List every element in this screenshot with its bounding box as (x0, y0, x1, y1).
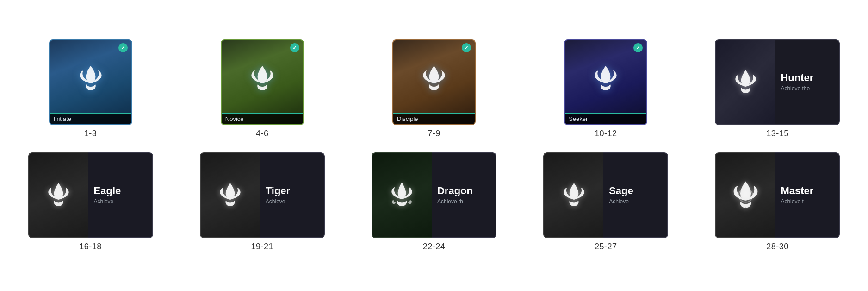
rank-item-novice[interactable]: ✓ Novice4-6 (190, 39, 334, 139)
badge-disciple: ✓ Disciple (392, 39, 476, 125)
badge-label-initiate: Initiate (50, 113, 131, 124)
rank-range-master: 28-30 (766, 242, 789, 252)
badge-img-hunter (715, 39, 775, 125)
badge-container-eagle: EagleAchieve (28, 152, 153, 238)
badge-icon-area-initiate (50, 40, 131, 113)
rank-item-dragon[interactable]: DragonAchieve th22-24 (362, 152, 506, 252)
rank-item-seeker[interactable]: ✓ Seeker10-12 (534, 39, 678, 139)
badge-img-tiger (200, 152, 260, 238)
badge-text-tiger: TigerAchieve (260, 152, 325, 238)
rank-range-eagle: 16-18 (79, 242, 102, 252)
badge-container-master: MasterAchieve t (715, 152, 840, 238)
rank-range-sage: 25-27 (595, 242, 617, 252)
rank-title-dragon: Dragon (437, 185, 490, 196)
rank-title-hunter: Hunter (781, 72, 833, 83)
rank-desc-tiger: Achieve (266, 198, 318, 206)
rank-item-eagle[interactable]: EagleAchieve16-18 (19, 152, 162, 252)
badge-text-master: MasterAchieve t (775, 152, 840, 238)
badge-wide-master: MasterAchieve t (715, 152, 840, 238)
rank-title-master: Master (781, 185, 833, 196)
rank-desc-eagle: Achieve (94, 198, 147, 206)
rank-item-disciple[interactable]: ✓ Disciple7-9 (362, 39, 506, 139)
badge-novice: ✓ Novice (221, 39, 304, 125)
rank-item-initiate[interactable]: ✓ Initiate1-3 (19, 39, 162, 139)
badge-wide-dragon: DragonAchieve th (372, 152, 496, 238)
badge-img-master (715, 152, 775, 238)
badge-icon-area-disciple (393, 40, 475, 113)
rank-range-dragon: 22-24 (423, 242, 446, 252)
rank-desc-hunter: Achieve the (781, 85, 833, 93)
badge-container-novice: ✓ Novice (221, 39, 304, 125)
rank-item-tiger[interactable]: TigerAchieve19-21 (190, 152, 334, 252)
rank-range-novice: 4-6 (256, 129, 269, 139)
rank-range-disciple: 7-9 (428, 129, 440, 139)
rank-item-hunter[interactable]: HunterAchieve the13-15 (706, 39, 849, 139)
badge-wide-hunter: HunterAchieve the (715, 39, 840, 125)
badge-img-eagle (28, 152, 88, 238)
rank-desc-sage: Achieve (609, 198, 662, 206)
badge-label-disciple: Disciple (393, 113, 475, 124)
badge-icon-area-novice (222, 40, 303, 113)
badge-seeker: ✓ Seeker (564, 39, 647, 125)
badge-wide-sage: SageAchieve (543, 152, 668, 238)
badge-container-hunter: HunterAchieve the (715, 39, 840, 125)
badge-wide-tiger: TigerAchieve (200, 152, 325, 238)
badge-container-disciple: ✓ Disciple (392, 39, 476, 125)
badge-img-sage (543, 152, 603, 238)
badge-text-hunter: HunterAchieve the (775, 39, 840, 125)
rank-desc-master: Achieve t (781, 198, 833, 206)
ranks-grid: ✓ Initiate1-3✓ Novice4-6✓ (19, 39, 849, 252)
badge-wide-eagle: EagleAchieve (28, 152, 153, 238)
badge-container-tiger: TigerAchieve (200, 152, 325, 238)
rank-title-tiger: Tiger (266, 185, 318, 196)
badge-label-novice: Novice (222, 113, 303, 124)
rank-range-hunter: 13-15 (766, 129, 789, 139)
badge-container-dragon: DragonAchieve th (372, 152, 496, 238)
rank-desc-dragon: Achieve th (437, 198, 490, 206)
badge-label-seeker: Seeker (565, 113, 646, 124)
badge-text-sage: SageAchieve (603, 152, 668, 238)
rank-item-sage[interactable]: SageAchieve25-27 (534, 152, 678, 252)
badge-container-seeker: ✓ Seeker (564, 39, 647, 125)
badge-img-dragon (372, 152, 432, 238)
rank-range-initiate: 1-3 (84, 129, 97, 139)
badge-icon-area-seeker (565, 40, 646, 113)
rank-title-sage: Sage (609, 185, 662, 196)
rank-range-tiger: 19-21 (251, 242, 274, 252)
badge-text-eagle: EagleAchieve (88, 152, 153, 238)
rank-title-eagle: Eagle (94, 185, 147, 196)
badge-text-dragon: DragonAchieve th (432, 152, 496, 238)
badge-container-sage: SageAchieve (543, 152, 668, 238)
rank-range-seeker: 10-12 (595, 129, 617, 139)
badge-container-initiate: ✓ Initiate (49, 39, 132, 125)
rank-item-master[interactable]: MasterAchieve t28-30 (706, 152, 849, 252)
badge-initiate: ✓ Initiate (49, 39, 132, 125)
